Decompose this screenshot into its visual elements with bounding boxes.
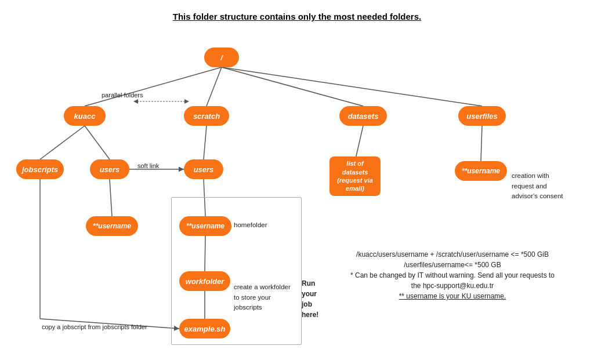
info-line5: ** username is your KU username. [331, 291, 574, 301]
node-users-kuacc: users [90, 159, 129, 179]
label-workfolder-note: create a workfolder to store your jobscr… [234, 272, 291, 312]
svg-line-13 [110, 179, 112, 216]
label-homefolder: homefolder [234, 221, 267, 228]
node-jobscripts: jobscripts [16, 159, 64, 179]
svg-line-3 [222, 67, 482, 106]
svg-line-4 [40, 126, 85, 159]
node-username-scratch: **username [179, 216, 231, 236]
page-title: This folder structure contains only the … [0, 0, 594, 21]
node-example-sh: example.sh [179, 319, 230, 338]
info-line1: /kuacc/users/username + /scratch/user/us… [331, 249, 574, 260]
svg-line-1 [207, 67, 222, 106]
label-soft-link: soft link [137, 162, 159, 169]
label-creation-note: creation with request and advisor's cons… [512, 161, 563, 201]
svg-line-12 [481, 126, 482, 161]
node-workfolder: workfolder [179, 271, 230, 291]
node-userfiles: userfiles [458, 106, 506, 126]
svg-line-5 [85, 126, 110, 159]
node-username-kuacc: **username [86, 216, 138, 236]
label-parallel-folders: parallel folders [102, 92, 143, 99]
info-line2: /userfiles/username<= *500 GB [331, 260, 574, 270]
svg-line-2 [222, 67, 363, 106]
svg-line-0 [85, 67, 222, 106]
svg-line-11 [355, 126, 363, 161]
svg-marker-10 [133, 99, 138, 104]
node-scratch: scratch [184, 106, 229, 126]
node-kuacc: kuacc [64, 106, 106, 126]
info-line3: * Can be changed by IT without warning. … [331, 270, 574, 281]
page: This folder structure contains only the … [0, 0, 594, 364]
svg-marker-9 [184, 99, 189, 104]
svg-line-6 [204, 126, 207, 159]
info-line4: the hpc-support@ku.edu.tr [331, 281, 574, 291]
label-copy-jobscript: copy a jobscript from jobscripts folder [42, 323, 147, 330]
node-users-scratch: users [184, 159, 223, 179]
info-box: /kuacc/users/username + /scratch/user/us… [331, 249, 574, 301]
node-dataset-list: list of datasets (request via email) [329, 156, 381, 196]
node-username-userfiles: **username [455, 161, 507, 181]
node-datasets: datasets [339, 106, 387, 126]
node-root: / [204, 48, 239, 67]
label-run-job: Run your job here! [302, 268, 318, 320]
